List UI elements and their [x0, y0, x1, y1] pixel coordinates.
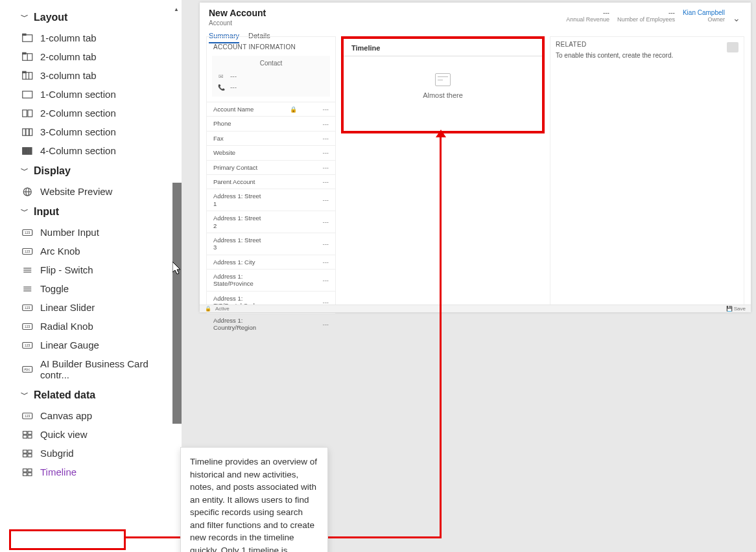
component-item-linear-slider[interactable]: 123Linear Slider: [21, 298, 175, 317]
timeline-control-highlight: Timeline Almost there: [341, 36, 545, 133]
related-placeholder-icon: [727, 42, 738, 52]
component-item-1-column-section[interactable]: 1-Column section: [21, 85, 175, 104]
component-label: Canvas app: [40, 410, 92, 421]
component-label: 1-column tab: [40, 32, 97, 43]
component-item-toggle[interactable]: Toggle: [21, 279, 175, 298]
sec3-icon: [22, 127, 34, 137]
group-header-input[interactable]: ﹀Input: [21, 201, 175, 223]
field-value: ---: [323, 277, 329, 284]
svg-rect-1: [23, 34, 26, 35]
num-icon: 123: [22, 411, 34, 421]
contact-card[interactable]: Contact ✉---📞---: [212, 56, 330, 97]
component-item-timeline[interactable]: Timeline: [21, 463, 175, 481]
timeline-message: Almost there: [351, 91, 534, 99]
group-header-layout[interactable]: ﹀Layout: [21, 6, 175, 29]
svg-text:123: 123: [25, 325, 30, 328]
svg-text:Abc: Abc: [24, 367, 30, 371]
field-label: Address 1: City: [213, 259, 263, 266]
group-title: Input: [34, 206, 59, 218]
component-label: Timeline: [40, 466, 77, 477]
component-item-canvas-app[interactable]: 123Canvas app: [21, 406, 175, 425]
component-item-quick-view[interactable]: Quick view: [21, 425, 175, 444]
svg-rect-11: [28, 109, 32, 117]
section-timeline[interactable]: Timeline Almost there: [341, 36, 545, 306]
component-item-3-column-section[interactable]: 3-Column section: [21, 122, 175, 141]
contact-phone-row[interactable]: 📞---: [217, 82, 325, 93]
field-value: ---: [323, 121, 329, 128]
svg-rect-5: [23, 72, 32, 79]
tab3-icon: [22, 71, 34, 81]
field-address-1-street-3[interactable]: Address 1: Street 3---: [207, 233, 335, 255]
svg-text:123: 123: [25, 414, 30, 418]
svg-text:123: 123: [25, 306, 30, 310]
component-item-number-input[interactable]: 123Number Input: [21, 223, 175, 242]
component-label: 2-Column section: [40, 108, 116, 119]
annotation-arrow-vertical: [440, 133, 442, 538]
abc-icon: Abc: [22, 364, 34, 374]
section-related[interactable]: RELATED To enable this content, create t…: [550, 36, 744, 306]
chevron-down-icon: ﹀: [21, 206, 30, 217]
component-item-ai-builder-business-card-contr-[interactable]: AbcAI Builder Business Card contr...: [21, 354, 175, 384]
svg-rect-12: [23, 128, 26, 135]
field-address-1-state-province[interactable]: Address 1: State/Province---: [207, 269, 335, 291]
component-label: AI Builder Business Card contr...: [40, 358, 175, 380]
phone-icon: 📞: [217, 84, 225, 91]
chevron-down-icon: ﹀: [21, 389, 30, 400]
field-label: Phone: [213, 120, 263, 127]
scrollbar-thumb[interactable]: [172, 183, 182, 424]
field-primary-contact[interactable]: Primary Contact---: [207, 160, 335, 174]
field-value: ---: [323, 149, 329, 156]
field-phone[interactable]: Phone---: [207, 116, 335, 130]
section-account-information[interactable]: ACCOUNT INFORMATION Contact ✉---📞--- Acc…: [206, 36, 336, 306]
field-address-1-city[interactable]: Address 1: City---: [207, 255, 335, 269]
header-field-owner[interactable]: Kian CampbellOwner: [683, 9, 725, 23]
tooltip-text: Timeline provides an overview of histori…: [190, 457, 317, 552]
field-address-1-street-1[interactable]: Address 1: Street 1---: [207, 189, 335, 211]
field-value: ---: [323, 164, 329, 171]
component-item-3-column-tab[interactable]: 3-column tab: [21, 66, 175, 85]
component-label: Linear Gauge: [40, 339, 99, 351]
component-item-website-preview[interactable]: Website Preview: [21, 182, 175, 201]
field-parent-account[interactable]: Parent Account---: [207, 174, 335, 189]
field-label: Address 1: Street 3: [213, 236, 263, 251]
header-field-number-of-employees[interactable]: ---Number of Employees: [617, 9, 675, 23]
grid-icon: [22, 467, 34, 477]
grid-icon: [22, 430, 34, 440]
field-address-1-street-2[interactable]: Address 1: Street 2---: [207, 211, 335, 233]
field-address-1-country-region[interactable]: Address 1: Country/Region---: [207, 313, 335, 335]
component-item-radial-knob[interactable]: 123Radial Knob: [21, 317, 175, 336]
component-item-1-column-tab[interactable]: 1-column tab: [21, 29, 175, 47]
section-title: ACCOUNT INFORMATION: [207, 41, 335, 54]
field-label: Fax: [213, 135, 263, 142]
component-item-flip-switch[interactable]: Flip - Switch: [21, 260, 175, 279]
header-field-label: Number of Employees: [617, 16, 675, 23]
component-item-subgrid[interactable]: Subgrid: [21, 444, 175, 463]
svg-text:123: 123: [25, 249, 30, 253]
component-item-4-column-section[interactable]: 4-Column section: [21, 141, 175, 160]
field-fax[interactable]: Fax---: [207, 131, 335, 145]
svg-text:123: 123: [25, 343, 30, 347]
header-field-label: Annual Revenue: [566, 16, 609, 23]
component-item-arc-knob[interactable]: 123Arc Knob: [21, 242, 175, 260]
field-website[interactable]: Website---: [207, 145, 335, 159]
svg-rect-42: [23, 431, 27, 434]
group-header-display[interactable]: ﹀Display: [21, 160, 175, 182]
component-item-2-column-section[interactable]: 2-Column section: [21, 104, 175, 122]
status-save-icon[interactable]: 💾: [726, 306, 733, 312]
field-account-name[interactable]: Account Name🔒---: [207, 102, 335, 116]
component-item-2-column-tab[interactable]: 2-column tab: [21, 47, 175, 66]
header-field-annual-revenue[interactable]: ---Annual Revenue: [566, 9, 609, 23]
annotation-arrow-head: [436, 130, 446, 137]
globe-icon: [22, 187, 34, 197]
svg-rect-15: [23, 147, 25, 154]
svg-rect-17: [27, 147, 29, 154]
header-expand-chevron-icon[interactable]: ⌄: [733, 9, 740, 23]
contact-mail-row[interactable]: ✉---: [217, 71, 325, 82]
group-header-related-data[interactable]: ﹀Related data: [21, 384, 175, 406]
tab2-icon: [22, 52, 34, 62]
contact-card-title: Contact: [217, 60, 325, 71]
svg-rect-3: [23, 52, 26, 54]
component-item-linear-gauge[interactable]: 123Linear Gauge: [21, 336, 175, 354]
scroll-up-arrow[interactable]: ▲: [174, 6, 179, 12]
lines-icon: [22, 284, 34, 294]
